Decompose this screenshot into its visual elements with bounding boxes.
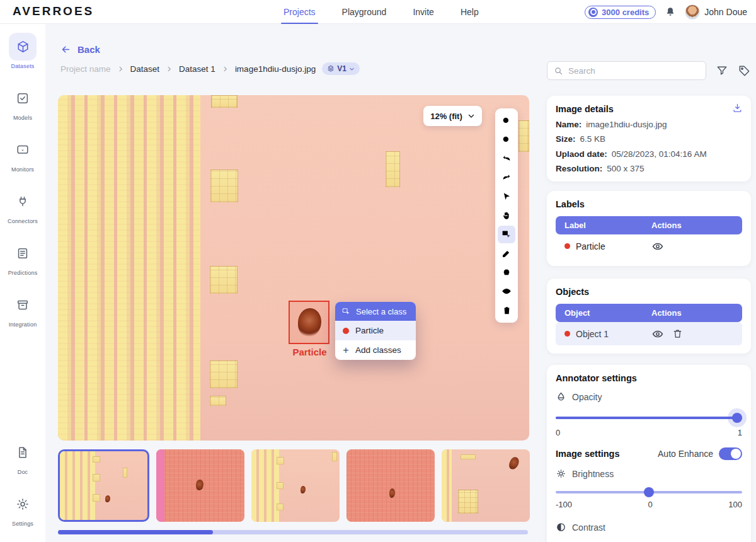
objects-title: Objects — [556, 287, 742, 297]
checkbox-icon — [9, 84, 37, 112]
brand-logo[interactable]: AVERROES — [13, 4, 94, 18]
contrast-label: Contrast — [572, 522, 605, 533]
trash-icon[interactable] — [498, 301, 515, 319]
topbar-right: 3000 credits John Doue — [585, 0, 747, 24]
sidebar-label: Predictions — [8, 270, 38, 276]
brightness-slider[interactable] — [556, 487, 742, 497]
breadcrumb-dataset1[interactable]: Dataset 1 — [179, 64, 215, 74]
sidebar-item-monitors[interactable]: Monitors — [9, 136, 37, 173]
chevron-down-icon — [349, 66, 355, 72]
add-classes-option[interactable]: + Add classes — [335, 340, 416, 360]
zoom-out-icon[interactable] — [498, 131, 515, 149]
labels-table-header: Label Actions — [556, 216, 742, 234]
user-menu[interactable]: John Doue — [685, 4, 747, 20]
sidebar-item-doc[interactable]: Doc — [9, 439, 37, 475]
breadcrumb-dataset[interactable]: Dataset — [130, 64, 160, 74]
auto-enhance-toggle[interactable] — [719, 447, 742, 460]
thumb-particle — [389, 488, 395, 498]
sidebar-item-datasets[interactable]: Datasets — [9, 33, 37, 69]
detail-size-value: 6.5 KB — [580, 134, 606, 144]
thumbnail-3[interactable] — [251, 449, 340, 522]
pencil-draw-icon[interactable] — [498, 245, 515, 262]
polygon-icon[interactable] — [498, 263, 515, 281]
redo-icon[interactable] — [498, 169, 515, 187]
filter-icon[interactable] — [716, 64, 728, 77]
archive-icon — [9, 291, 37, 319]
sidebar-item-settings[interactable]: Settings — [9, 490, 37, 527]
eye-icon[interactable] — [651, 240, 664, 253]
annotation-bbox[interactable] — [289, 301, 329, 344]
sidebar-item-connectors[interactable]: Connectors — [8, 188, 38, 224]
undo-icon[interactable] — [498, 150, 515, 168]
credits-badge[interactable]: 3000 credits — [585, 6, 656, 19]
object-row-1[interactable]: Object 1 — [556, 322, 742, 345]
nav-tab-projects[interactable]: Projects — [284, 0, 316, 24]
image-settings-row: Image settings Auto Enhance — [556, 447, 742, 460]
opacity-slider-thumb[interactable] — [732, 413, 742, 423]
chevron-right-icon — [166, 66, 173, 72]
version-chip[interactable]: V1 — [322, 62, 360, 75]
zoom-in-icon[interactable] — [498, 112, 515, 130]
canvas-image-patch — [210, 396, 226, 406]
back-button[interactable]: Back — [60, 44, 100, 55]
thumbnail-4[interactable] — [346, 449, 435, 522]
gear-icon — [9, 490, 37, 518]
sidebar-item-predictions[interactable]: Predictions — [8, 239, 38, 276]
thumb-patch — [123, 468, 127, 478]
cursor-icon[interactable] — [498, 188, 515, 205]
labels-card: Labels Label Actions Particle — [547, 191, 751, 266]
opacity-slider[interactable] — [556, 413, 742, 423]
detail-resolution-label: Resolution: — [556, 164, 602, 173]
sidebar-item-models[interactable]: Models — [9, 84, 37, 121]
file-icon — [9, 439, 37, 466]
thumb-particle — [105, 495, 110, 502]
brightness-mid: 0 — [648, 500, 653, 509]
eye-icon[interactable] — [651, 328, 664, 340]
search-row — [547, 61, 751, 80]
chevron-right-icon — [117, 66, 124, 72]
image-details-card: Image details Name:image1hdiu-dusjo.jpg … — [547, 96, 751, 182]
annotation-canvas[interactable]: Particle 12% (fit) — [58, 95, 529, 441]
thumbnail-2[interactable] — [156, 449, 244, 522]
detail-resolution-value: 500 x 375 — [607, 164, 644, 173]
canvas-toolbar — [495, 108, 518, 323]
credits-coin-icon — [588, 8, 598, 17]
top-navbar: AVERROES Projects Playground Invite Help… — [0, 0, 756, 24]
monitor-icon — [9, 136, 37, 164]
breadcrumb-image[interactable]: image1hdiu-dusjo.jpg — [235, 64, 316, 74]
scrollbar-thumb[interactable] — [58, 530, 213, 534]
nav-tab-playground[interactable]: Playground — [342, 0, 387, 24]
thumb-stripes — [442, 449, 452, 522]
droplet-icon — [556, 391, 566, 402]
bell-icon[interactable] — [665, 6, 676, 18]
label-color-dot — [564, 243, 570, 249]
thumbnail-5[interactable] — [442, 449, 530, 522]
detail-upload-value: 05/28/2023, 01:04:16 AM — [612, 149, 707, 159]
hand-icon[interactable] — [498, 207, 515, 224]
sidebar-item-integration[interactable]: Integration — [9, 291, 37, 328]
thumb-stripe — [156, 449, 164, 522]
thumbnail-1-selected[interactable] — [58, 449, 149, 522]
thumb-stripes — [251, 449, 279, 522]
nav-tab-help[interactable]: Help — [461, 0, 479, 24]
sun-icon — [556, 468, 566, 479]
label-row-particle[interactable]: Particle — [556, 234, 742, 258]
download-icon[interactable] — [732, 103, 743, 113]
breadcrumb-project[interactable]: Project name — [60, 64, 111, 74]
auto-enhance-label: Auto Enhance — [658, 449, 713, 459]
brightness-slider-thumb[interactable] — [644, 487, 654, 497]
sidebar-label: Connectors — [8, 218, 38, 224]
brightness-ticks: -100 0 100 — [556, 500, 742, 509]
detail-upload-label: Uplaod date: — [556, 149, 607, 159]
thumb-patch — [277, 457, 284, 464]
sidebar-label: Integration — [9, 321, 37, 328]
nav-tab-invite[interactable]: Invite — [413, 0, 433, 24]
trash-icon[interactable] — [672, 328, 683, 339]
zoom-level-dropdown[interactable]: 12% (fit) — [423, 106, 482, 126]
search-input[interactable] — [568, 66, 699, 76]
thumbnail-scrollbar[interactable] — [58, 530, 528, 534]
tag-icon[interactable] — [738, 64, 751, 78]
draw-box-icon[interactable] — [498, 226, 515, 243]
eye-off-icon[interactable] — [498, 282, 515, 300]
class-option-particle[interactable]: Particle — [335, 321, 416, 340]
